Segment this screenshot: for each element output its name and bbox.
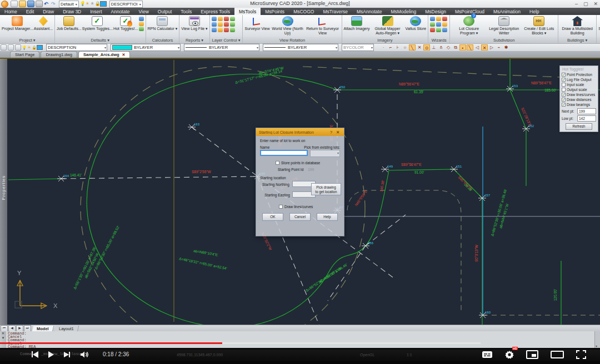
lamp-icon[interactable]: 💡 xyxy=(80,1,85,7)
survey-point[interactable]: 151 xyxy=(450,165,462,172)
ribbon-button-view-log-file[interactable]: View Log File ▾ xyxy=(181,16,207,31)
ribbon-button-surveyor-view[interactable]: Surveyor View xyxy=(244,16,269,31)
command-scrollbar[interactable] xyxy=(594,331,600,348)
ribbon-mini-column[interactable] xyxy=(139,16,144,31)
ribbon-button-assistant-[interactable]: Assistant... xyxy=(34,16,53,31)
ribbon-button-legal-description-writer[interactable]: Legal Description Writer xyxy=(487,16,521,35)
ribbon-button-rpn-calculator[interactable]: RPN Calculator ▾ xyxy=(148,16,178,31)
snap-icon-12[interactable]: ╲ xyxy=(467,44,473,50)
dialog-help-button[interactable]: ? xyxy=(328,130,334,135)
menu-item-mspoints[interactable]: MsPoints xyxy=(261,8,289,15)
ribbon-group-label[interactable]: Project ▾ xyxy=(0,37,54,43)
ribbon-group-label[interactable]: Reports ▾ xyxy=(179,37,209,43)
ribbon-button-hot-toggles-[interactable]: Hot Toggles!... xyxy=(113,16,138,31)
doc-tab-drawing1-dwg[interactable]: Drawing1.dwg xyxy=(41,51,77,58)
menu-item-view[interactable]: View xyxy=(134,8,153,15)
snap-icon-15[interactable]: ▷ xyxy=(488,44,495,50)
layout-tab-model[interactable]: Model xyxy=(32,326,54,332)
doc-tab-start-page[interactable]: Start Page xyxy=(10,51,39,58)
menu-item-msanimation[interactable]: MsAnimation xyxy=(489,8,525,15)
lock-icon[interactable]: 🔒 xyxy=(32,45,37,50)
ribbon-button-lot-closure-program[interactable]: Lot Closure Program ▾ xyxy=(452,16,486,35)
layer-state-icon[interactable] xyxy=(15,44,21,50)
menu-item-draw-3d[interactable]: Draw 3D xyxy=(58,8,86,15)
mini-tool-icon[interactable] xyxy=(430,17,435,21)
refresh-button[interactable]: Refresh xyxy=(566,123,592,130)
command-window[interactable]: ✕▾ Command:CancelCommand:CancelCommand: … xyxy=(0,331,600,348)
mini-tool-icon[interactable] xyxy=(430,28,435,32)
sun-icon[interactable]: ☀ xyxy=(85,1,90,7)
next-pt-input[interactable]: 199 xyxy=(577,108,596,114)
color-swatch-icon[interactable] xyxy=(100,1,107,7)
snap-icon-3[interactable]: ○ xyxy=(402,44,408,50)
menu-item-msmodeling[interactable]: MsModeling xyxy=(386,8,421,15)
ribbon-group-label[interactable]: Imagery xyxy=(342,37,428,43)
snap-icon-10[interactable]: ⧉ xyxy=(452,44,459,50)
snow-icon[interactable]: ✳ xyxy=(90,1,95,7)
low-pt-input[interactable]: 142 xyxy=(577,115,596,122)
snap-icon-0[interactable]: · xyxy=(380,44,387,50)
survey-point[interactable]: 164 xyxy=(57,174,69,181)
draw-lines-checkbox[interactable] xyxy=(279,205,283,209)
mini-tool-icon[interactable] xyxy=(436,17,441,21)
settings-gear-icon[interactable]: HD xyxy=(505,350,514,359)
ribbon-button-create-edit-lots-blocks[interactable]: Create / Edit Lots Blocks ▾ xyxy=(522,16,556,35)
ribbon-group-label[interactable]: GIS xyxy=(597,37,600,43)
cancel-button[interactable]: Cancel xyxy=(289,213,311,221)
mini-tool-icon[interactable] xyxy=(139,17,144,21)
ribbon-button-return-to-surveyor-view[interactable]: Return to Surveyor View xyxy=(306,16,340,35)
mini-tool-icon[interactable] xyxy=(218,28,223,32)
snap-icon-1[interactable]: ⌐ xyxy=(387,44,394,50)
mini-tool-icon[interactable] xyxy=(212,28,217,32)
snap-icon-13[interactable]: ◁ xyxy=(474,44,481,50)
layout-tab-layout1[interactable]: Layout1 xyxy=(54,326,78,332)
mini-tool-icon[interactable] xyxy=(442,17,447,21)
undo-icon[interactable]: ↶ xyxy=(44,1,50,7)
ribbon-group-label[interactable]: Calculators xyxy=(146,37,179,43)
redo-icon[interactable]: ↷ xyxy=(51,1,57,7)
menu-item-mstools[interactable]: MsTools xyxy=(234,8,261,15)
survey-point[interactable]: 153 xyxy=(506,84,518,92)
menu-item-help[interactable]: Help xyxy=(525,8,543,15)
ribbon-group-label[interactable]: Defaults ▾ xyxy=(55,37,146,43)
toggle-checkbox-output-scale[interactable] xyxy=(562,88,566,92)
theater-mode-icon[interactable] xyxy=(551,351,564,358)
maximize-button[interactable]: ▢ xyxy=(583,1,588,7)
mini-tool-icon[interactable] xyxy=(436,22,441,27)
toggle-checkbox-draw-lines-curves[interactable]: ✓ xyxy=(562,93,566,97)
drawing-viewport[interactable]: Y X ab=S74°4'45"WΔ=31°17'17" r=65.00' a=… xyxy=(0,58,600,325)
fullscreen-icon[interactable] xyxy=(576,350,586,359)
store-points-checkbox[interactable] xyxy=(276,161,279,165)
mini-tool-icon[interactable] xyxy=(212,22,217,27)
snap-icon-7[interactable]: ⊥ xyxy=(431,44,437,50)
doc-tab-sample-arcs-dwg[interactable]: Sample_Arcs.dwg✕ xyxy=(78,51,130,58)
mini-tool-icon[interactable] xyxy=(218,17,223,21)
mini-tool-icon[interactable] xyxy=(436,28,441,32)
color-combo[interactable]: BYLAYER▾ xyxy=(111,44,181,51)
menu-item-edit[interactable]: Edit xyxy=(22,8,39,15)
menu-item-msannotate[interactable]: MsAnnotate xyxy=(352,8,386,15)
ribbon-group-label[interactable]: View Rotation xyxy=(243,37,341,43)
dialog-close-button[interactable]: ✕ xyxy=(334,130,341,135)
mini-tool-icon[interactable] xyxy=(212,17,217,21)
toggle-checkbox-draw-distances[interactable]: ✓ xyxy=(562,98,566,102)
ribbon-button-project-manager-[interactable]: Project Manager... xyxy=(2,16,33,31)
mini-tool-icon[interactable] xyxy=(430,22,435,27)
toggle-checkbox-input-scale[interactable] xyxy=(562,83,566,87)
mini-tool-icon[interactable] xyxy=(224,17,229,21)
snap-icon-14[interactable]: ✕ xyxy=(481,44,488,50)
snap-icon-2[interactable]: ⊦ xyxy=(394,44,401,50)
ribbon-group-label[interactable]: Subdivision xyxy=(450,37,558,43)
snap-icon-17[interactable]: ✱ xyxy=(503,44,509,50)
menu-item-mscogo[interactable]: MsCOGO xyxy=(289,8,318,15)
ribbon-button-attach-imagery[interactable]: Attach Imagery xyxy=(344,16,370,31)
layer-tool-icon[interactable] xyxy=(1,44,7,50)
doc-tab-close-icon[interactable]: ✕ xyxy=(122,53,126,57)
command-gutter[interactable]: ✕▾ xyxy=(0,331,6,348)
miniplayer-icon[interactable] xyxy=(526,350,538,359)
open-file-icon[interactable] xyxy=(19,1,26,7)
mini-tool-icon[interactable] xyxy=(224,28,229,32)
survey-point[interactable]: 156 xyxy=(362,241,374,249)
ribbon-group-label[interactable]: Wizards xyxy=(428,37,449,43)
toggle-checkbox-point-protection[interactable]: ✓ xyxy=(562,73,566,77)
